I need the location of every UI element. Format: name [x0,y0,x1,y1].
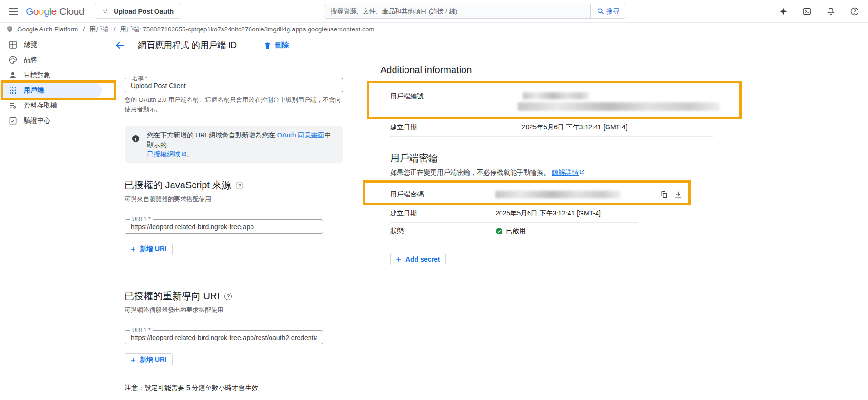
add-uri-label: 新增 URI [140,245,166,254]
client-secret-label: 用戶端密碼 [390,190,495,199]
sidebar-item-audience[interactable]: 目標對象 [0,68,102,83]
add-secret-label: Add secret [405,255,440,263]
add-secret-button[interactable]: Add secret [390,253,446,265]
breadcrumb: Google Auth Platform / 用戶端 / 用戶端: 758027… [0,23,868,36]
secret-created-date-value: 2025年5月6日 下午3:12:41 [GMT-4] [495,209,601,218]
breadcrumb-root[interactable]: Google Auth Platform [17,26,78,33]
name-input[interactable] [125,78,343,92]
secret-status-row: 狀態 已啟用 [390,223,638,240]
notifications-bell-icon[interactable] [826,7,836,16]
sidebar-item-label: 總覽 [24,40,37,49]
plus-icon [129,245,137,253]
secret-status-value: 已啟用 [495,227,526,235]
additional-information-panel: Additional information 用戶端編號 建立日期 2025年5… [373,65,753,265]
redirect-uris-title: 已授權的重新導向 URI [125,290,343,302]
project-selector[interactable]: Upload Post Oauth [95,4,180,19]
add-js-origin-uri-button[interactable]: 新增 URI [125,243,173,255]
search-area: 搜尋 [180,4,769,19]
sidebar-item-overview[interactable]: 總覽 [0,37,102,52]
main-content: 網頁應用程式 的用戶端 ID 刪除 名稱 * 您的 OAuth 2.0 用戶端名… [102,36,868,400]
gemini-sparkle-icon[interactable] [779,7,788,16]
js-origin-uri-field: URI 1 * [125,219,323,234]
copy-icon[interactable] [660,190,668,199]
notice-text-part: 。 [187,150,193,158]
external-link-icon [181,151,187,156]
search-box: 搜尋 [324,4,626,19]
sidebar-item-label: 資料存取權 [24,101,57,110]
learn-more-link[interactable]: 瞭解詳情 [552,168,579,176]
highlight-annotation-clients [1,80,116,100]
logo-google-word: Google [26,6,57,17]
project-name: Upload Post Oauth [114,8,174,15]
search-input[interactable] [324,4,590,18]
name-field-label: 名稱 * [130,75,150,83]
js-origins-title: 已授權的 JavaScript 來源 [125,179,343,192]
topbar-actions [779,7,859,16]
sidebar-item-branding[interactable]: 品牌 [0,52,102,68]
uri-domain-notice: 您在下方新增的 URI 網域會自動新增為您在 OAuth 同意畫面中顯示的 已授… [125,126,343,163]
search-button-label: 搜尋 [607,7,620,16]
sidebar-item-label: 用戶端 [24,86,44,95]
secret-created-date-label: 建立日期 [390,209,495,218]
js-origins-title-text: 已授權的 JavaScript 來源 [125,179,231,192]
propagation-note: 注意：設定可能需要 5 分鐘至數小時才會生效 [125,384,343,392]
client-secret-row: 用戶端密碼 [390,185,683,199]
google-cloud-logo: Google Cloud [26,6,84,17]
client-id-label: 用戶端編號 [390,92,518,111]
sidebar-item-label: 驗證中心 [24,117,50,125]
uri-field-label: URI 1 * [130,216,153,223]
auth-platform-shield-icon [6,25,14,33]
uri-field-label: URI 1 * [130,327,153,333]
sidebar-item-data-access[interactable]: 資料存取權 [0,98,102,113]
menu-icon[interactable] [9,8,18,15]
client-secret-highlight-box: 用戶端密碼 [363,180,691,205]
sidebar-item-label: 品牌 [24,56,37,64]
sidebar-item-label: 目標對象 [24,71,50,79]
breadcrumb-separator: / [83,26,85,33]
overview-icon [8,40,18,49]
sidebar-item-verification[interactable]: 驗證中心 [0,113,102,128]
client-id-row: 用戶端編號 [390,88,734,111]
help-circle-icon[interactable] [236,182,243,189]
client-form: 名稱 * 您的 OAuth 2.0 用戶端名稱。這個名稱只會用於在控制台中識別用… [125,36,343,400]
client-secret-description-text: 如果您正在變更用戶端密鑰，不必停機就能手動輪換。 [390,168,550,176]
js-origins-subtitle: 可與來自瀏覽器的要求搭配使用 [125,195,343,204]
help-icon[interactable] [850,7,859,16]
add-redirect-uri-button[interactable]: 新增 URI [125,353,173,366]
search-icon [597,7,605,15]
client-secret-description: 如果您正在變更用戶端密鑰，不必停機就能手動輪換。 瞭解詳情 [390,168,753,177]
list-settings-icon [8,101,18,110]
info-icon [131,134,140,143]
back-arrow-icon[interactable] [115,40,125,50]
redirect-uri-field: URI 1 * [125,330,323,344]
client-secret-section-title: 用戶端密鑰 [390,152,753,165]
notice-text: 您在下方新增的 URI 網域會自動新增為您在 OAuth 同意畫面中顯示的 已授… [147,129,337,159]
redacted-client-id-line1 [523,92,589,99]
sidebar-item-clients[interactable]: 用戶端 [0,83,102,98]
breadcrumb-section[interactable]: 用戶端 [89,25,109,34]
created-date-label: 建立日期 [390,123,522,132]
cloud-shell-icon[interactable] [802,7,812,16]
help-circle-icon[interactable] [224,293,232,300]
status-enabled-text: 已啟用 [506,227,526,235]
secret-status-label: 狀態 [390,227,495,235]
breadcrumb-current: 用戶端: 758027163655-cptqep1ko7s24nitc276on… [120,25,374,34]
plus-icon [129,356,137,364]
palette-icon [8,55,18,65]
search-button[interactable]: 搜尋 [590,4,626,18]
redacted-client-id-line2 [518,102,720,111]
plus-icon [395,255,403,263]
redirect-uri-input[interactable] [125,331,323,344]
apps-grid-icon [8,86,18,95]
download-icon[interactable] [674,190,683,199]
js-origin-uri-input[interactable] [125,220,323,233]
authorized-domains-link[interactable]: 已授權網域 [147,150,180,158]
oauth-consent-screen-link[interactable]: OAuth 同意畫面 [277,131,325,139]
name-field: 名稱 * [125,78,343,92]
name-helper-text: 您的 OAuth 2.0 用戶端名稱。這個名稱只會用於在控制台中識別用戶端，不會… [125,95,343,114]
status-enabled-check-icon [495,227,503,235]
breadcrumb-separator: / [114,26,116,33]
secret-actions [660,190,683,199]
additional-information-title: Additional information [380,65,753,76]
created-date-value: 2025年5月6日 下午3:12:41 [GMT-4] [522,123,627,132]
